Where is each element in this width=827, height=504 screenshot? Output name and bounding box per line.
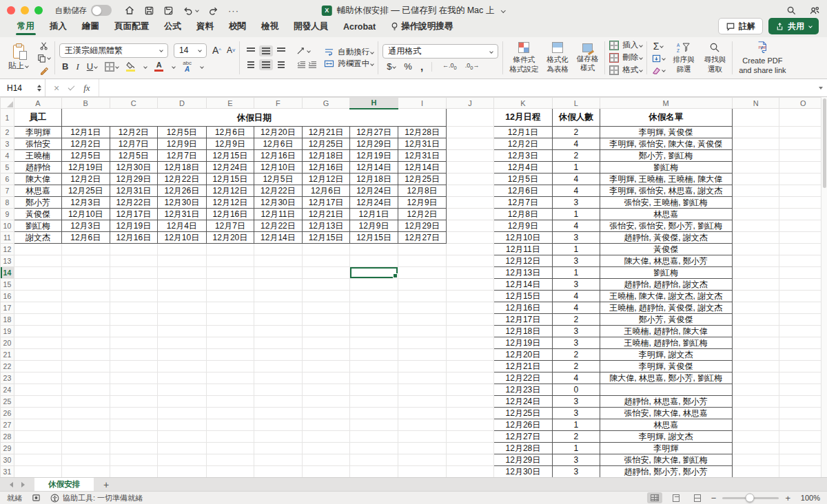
cell-H16[interactable] (350, 291, 398, 302)
cell-L29[interactable]: 1 (552, 443, 600, 454)
zoom-out-button[interactable]: − (711, 493, 717, 503)
row-header-11[interactable]: 11 (1, 232, 14, 244)
scrollbar-thumb[interactable] (823, 98, 826, 188)
create-pdf-button[interactable]: PDF Create PDF and share link (737, 41, 788, 76)
row-header-29[interactable]: 29 (1, 443, 14, 454)
cell-J15[interactable] (447, 279, 493, 291)
cell-M29[interactable]: 李明輝 (600, 443, 732, 454)
cell-A25[interactable] (14, 396, 61, 408)
cell-F4[interactable]: 12月16日 (254, 150, 303, 162)
cell-N25[interactable] (732, 396, 779, 408)
cell-N23[interactable] (732, 372, 779, 384)
cell-A21[interactable] (14, 349, 61, 361)
cell-D23[interactable] (158, 372, 207, 384)
column-header-A[interactable]: A (14, 98, 61, 109)
cell-A30[interactable] (14, 454, 61, 466)
cell-M10[interactable]: 張怡安, 張怡安, 鄭小芳, 劉紅梅 (600, 220, 732, 232)
column-header-K[interactable]: K (493, 98, 552, 109)
column-header-M[interactable]: M (600, 98, 732, 109)
cell-B13[interactable] (62, 255, 110, 267)
cell-K2[interactable]: 12月1日 (493, 127, 552, 138)
row-header-22[interactable]: 22 (1, 361, 14, 372)
cell-L11[interactable]: 3 (552, 232, 600, 244)
cell-M23[interactable]: 陳大偉, 林思嘉, 鄭小芳, 劉紅梅 (600, 372, 732, 384)
cell-G20[interactable] (302, 337, 350, 349)
cell-B14[interactable] (62, 267, 110, 279)
cell-C4[interactable]: 12月5日 (110, 150, 158, 162)
column-header-G[interactable]: G (302, 98, 350, 109)
tab-資料[interactable]: 資料 (189, 21, 221, 37)
delete-cells-button[interactable]: 刪除 (609, 53, 642, 63)
row-header-5[interactable]: 5 (1, 162, 14, 174)
cell-K29[interactable]: 12月28日 (493, 443, 552, 454)
cell-A17[interactable] (14, 302, 61, 314)
cell-H23[interactable] (350, 372, 398, 384)
cell-E15[interactable] (206, 279, 254, 291)
cell-G4[interactable]: 12月18日 (302, 150, 350, 162)
cell-B8[interactable]: 12月3日 (62, 197, 110, 209)
cell-M20[interactable]: 王曉楠, 趙靜怡, 劉紅梅 (600, 337, 732, 349)
cell-O9[interactable] (779, 209, 827, 220)
cell-C18[interactable] (110, 314, 158, 326)
cell-styles-button[interactable]: 儲存格 樣式 (575, 43, 601, 72)
cell-J14[interactable] (447, 267, 493, 279)
cell-G13[interactable] (302, 255, 350, 267)
cell-E4[interactable]: 12月15日 (206, 150, 254, 162)
cell-C2[interactable]: 12月2日 (110, 127, 158, 138)
cell-J21[interactable] (447, 349, 493, 361)
row-header-19[interactable]: 19 (1, 326, 14, 337)
cell-O21[interactable] (779, 349, 827, 361)
cell-F18[interactable] (254, 314, 303, 326)
tab-插入[interactable]: 插入 (42, 21, 74, 37)
cell-K14[interactable]: 12月13日 (493, 267, 552, 279)
cell-L27[interactable]: 1 (552, 419, 600, 431)
cell-K23[interactable]: 12月22日 (493, 372, 552, 384)
cell-O13[interactable] (779, 255, 827, 267)
cell-K4[interactable]: 12月3日 (493, 150, 552, 162)
cell-C5[interactable]: 12月30日 (110, 162, 158, 174)
formula-bar-expand-icon[interactable] (815, 79, 827, 96)
row-header-14[interactable]: 14 (1, 267, 14, 279)
cell-J13[interactable] (447, 255, 493, 267)
cell-D25[interactable] (158, 396, 207, 408)
wrap-text-button[interactable]: 自動換行 (324, 48, 374, 56)
maximize-window-button[interactable] (34, 6, 43, 14)
cell-D29[interactable] (158, 443, 207, 454)
cell-G9[interactable]: 12月21日 (302, 209, 350, 220)
cell-N14[interactable] (732, 267, 779, 279)
cell-N5[interactable] (732, 162, 779, 174)
cell-D28[interactable] (158, 431, 207, 443)
cell-N30[interactable] (732, 454, 779, 466)
bottom-align-button[interactable] (274, 45, 288, 56)
cell-H12[interactable] (350, 244, 398, 255)
cell-H19[interactable] (350, 326, 398, 337)
cell-F21[interactable] (254, 349, 303, 361)
cell-B20[interactable] (62, 337, 110, 349)
cell-B1-merged[interactable]: 休假日期 (62, 109, 447, 127)
cell-G7[interactable]: 12月6日 (302, 185, 350, 197)
cell-L7[interactable]: 4 (552, 185, 600, 197)
cell-N19[interactable] (732, 326, 779, 337)
cell-L25[interactable]: 3 (552, 396, 600, 408)
cell-D27[interactable] (158, 419, 207, 431)
cell-M3[interactable]: 李明輝, 張怡安, 陳大偉, 黃俊傑 (600, 138, 732, 150)
cell-O6[interactable] (779, 174, 827, 185)
cell-F7[interactable]: 12月22日 (254, 185, 303, 197)
cell-H21[interactable] (350, 349, 398, 361)
cell-F11[interactable]: 12月14日 (254, 232, 303, 244)
cell-J9[interactable] (447, 209, 493, 220)
cell-C17[interactable] (110, 302, 158, 314)
cell-L9[interactable]: 1 (552, 209, 600, 220)
column-header-H[interactable]: H (350, 98, 398, 109)
cell-H31[interactable] (350, 466, 398, 478)
row-header-17[interactable]: 17 (1, 302, 14, 314)
cell-A24[interactable] (14, 384, 61, 396)
cell-L18[interactable]: 2 (552, 314, 600, 326)
cell-G6[interactable]: 12月12日 (302, 174, 350, 185)
cell-N22[interactable] (732, 361, 779, 372)
cell-H25[interactable] (350, 396, 398, 408)
merge-center-button[interactable]: 跨欄置中 (324, 59, 374, 68)
cell-L10[interactable]: 4 (552, 220, 600, 232)
cell-O14[interactable] (779, 267, 827, 279)
cell-B3[interactable]: 12月2日 (62, 138, 110, 150)
